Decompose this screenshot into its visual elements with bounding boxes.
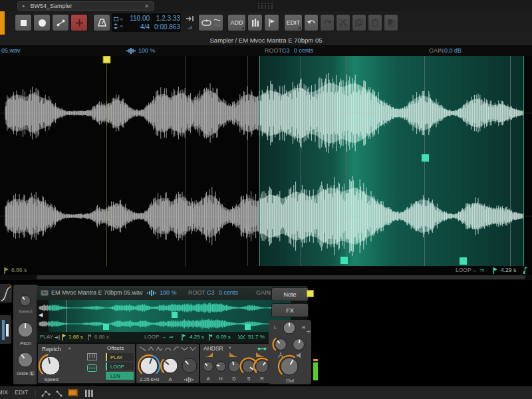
play-mode-icon[interactable] [54, 334, 60, 340]
drag-handle-icon[interactable] [258, 3, 274, 9]
decay-slope-icon[interactable] [229, 352, 238, 357]
mixer-view-button[interactable] [247, 14, 263, 31]
device-root-note[interactable]: C3 [207, 289, 215, 296]
device-tune-value[interactable]: 0 cents [219, 289, 238, 296]
mixer-panel-toggle[interactable] [85, 390, 93, 397]
routing-icon[interactable] [56, 390, 63, 397]
add-button[interactable]: ADD [227, 14, 246, 31]
device-sample-name[interactable]: EM Mvoc Mantra E 70bpm 05.wav [51, 289, 143, 296]
play-start-value[interactable]: 1.68 s [68, 334, 83, 340]
undo-button[interactable] [304, 14, 319, 31]
velocity-knob[interactable] [272, 336, 290, 354]
loop-length-icon[interactable] [523, 267, 528, 274]
fx-tab-button[interactable]: FX [271, 303, 309, 317]
attack-slope-icon[interactable] [204, 352, 213, 357]
sample-file-label[interactable]: 05.wav [1, 47, 21, 54]
filter-amount-knob[interactable] [160, 355, 181, 376]
stretch-value[interactable]: 100 % [138, 47, 156, 54]
loop-start-flag-icon[interactable] [182, 334, 186, 340]
midi-trigger-icon[interactable] [87, 364, 97, 372]
offset-len-button[interactable]: LEN [106, 372, 134, 380]
horizontal-scrollbar[interactable] [0, 275, 532, 280]
metronome-button[interactable] [93, 14, 110, 31]
time-signature-value[interactable]: 4/4 [124, 23, 150, 31]
envelope-type-select[interactable]: AHDSR [203, 345, 223, 352]
pitch-knob[interactable] [15, 319, 36, 340]
display-mode-icons[interactable] [114, 17, 124, 29]
tempo-value[interactable]: 110.00 [124, 15, 150, 23]
overdub-button[interactable] [70, 14, 88, 31]
scrollbar-handle[interactable] [37, 275, 525, 279]
keyboard-track-icon[interactable] [87, 353, 97, 360]
add-device-button[interactable]: + [306, 327, 311, 336]
keyzone-handle[interactable] [307, 290, 314, 297]
envelope-caret-icon[interactable]: ▾ [229, 345, 231, 350]
root-note-value[interactable]: C3 [282, 47, 290, 54]
edit-button[interactable]: EDIT [284, 14, 303, 31]
filter-shape-knob[interactable] [179, 355, 200, 376]
tab-close-icon[interactable]: ✕ [144, 3, 149, 9]
level-knob[interactable] [290, 336, 308, 354]
glide-knob[interactable] [15, 349, 36, 370]
cut-button[interactable] [336, 14, 350, 31]
loop-fade-handle[interactable] [422, 154, 429, 162]
loop-mode-arrow2[interactable]: ⇒ [479, 267, 484, 273]
device-start-handle[interactable] [103, 324, 109, 330]
automation-panel-icon[interactable] [41, 390, 51, 397]
device-end-handle[interactable] [245, 324, 251, 330]
punch-controls[interactable] [184, 14, 195, 31]
redo-button[interactable] [320, 14, 334, 31]
crossfade-icon[interactable] [238, 334, 245, 340]
record-button[interactable] [33, 14, 51, 31]
loop-fade-value[interactable]: 51.7 % [248, 334, 265, 340]
edit-view-button[interactable]: EDIT [15, 389, 29, 396]
loop-mode-arrow[interactable]: → [471, 267, 477, 273]
loop-end-value[interactable]: 6.09 s [216, 334, 231, 340]
loop-time-value[interactable]: 4.29 s [501, 267, 516, 273]
device-fade-handle[interactable] [172, 312, 178, 318]
position-time[interactable]: 0:00.863 [151, 23, 180, 31]
offset-play-button[interactable]: PLAY [106, 353, 134, 361]
loop-end-handle[interactable] [460, 257, 467, 265]
start-flag-icon[interactable] [4, 267, 9, 274]
loop-groove-button[interactable] [198, 14, 223, 31]
gain-value[interactable]: 0.0 dB [444, 47, 462, 54]
loop-end-flag-icon[interactable] [209, 334, 213, 340]
stop-button[interactable] [15, 14, 32, 31]
filter-type-icons[interactable] [139, 346, 196, 352]
transport-display[interactable]: 110.00 4/4 1.2.3.33 0:00.863 [112, 13, 181, 32]
paste-button[interactable] [384, 14, 398, 31]
tab-collapse-icon[interactable]: ▸ [23, 3, 25, 9]
device-loop-arrow2[interactable]: ⇒ [169, 334, 174, 340]
filter-freq-knob[interactable] [137, 354, 161, 378]
tune-value[interactable]: 0 cents [294, 47, 313, 54]
pan-knob[interactable] [280, 319, 299, 337]
device-waveform[interactable]: ◀ ▶ [37, 300, 307, 332]
playback-mode-select[interactable]: Repitch [42, 346, 61, 352]
envelope-link-icon[interactable] [257, 346, 267, 351]
mode-caret-icon[interactable]: ▾ [68, 346, 70, 351]
mix-view-button[interactable]: MIX [0, 389, 8, 396]
project-tab[interactable]: ▸ BW54_Sampler ✕ [17, 1, 154, 11]
automation-write-button[interactable] [52, 14, 69, 31]
out-knob[interactable] [277, 354, 301, 378]
select-knob[interactable] [17, 292, 34, 309]
copy-button[interactable] [352, 14, 366, 31]
waveform-editor[interactable] [0, 56, 532, 266]
loop-start-handle[interactable] [340, 257, 348, 264]
play-start-flag-icon[interactable] [62, 334, 66, 340]
play-end-value[interactable]: 6.86 s [94, 334, 109, 340]
follow-playhead-button[interactable] [264, 14, 279, 31]
mod-fader-display[interactable] [0, 315, 11, 344]
glide-mod-badge[interactable]: L [29, 371, 35, 376]
mod-curve-display[interactable] [0, 284, 12, 303]
speed-knob[interactable] [38, 353, 63, 378]
start-time-value[interactable]: 6.86 s [11, 267, 27, 273]
playhead-handle[interactable] [103, 56, 110, 63]
device-stretch-value[interactable]: 100 % [160, 289, 177, 296]
device-panel-toggle[interactable] [68, 389, 78, 396]
sample-prev-arrow[interactable]: ◀ [39, 312, 43, 318]
loop-flag-icon[interactable] [493, 267, 497, 274]
loop-start-value[interactable]: 4.29 s [190, 334, 204, 340]
note-tab-button[interactable]: Note [271, 287, 309, 301]
